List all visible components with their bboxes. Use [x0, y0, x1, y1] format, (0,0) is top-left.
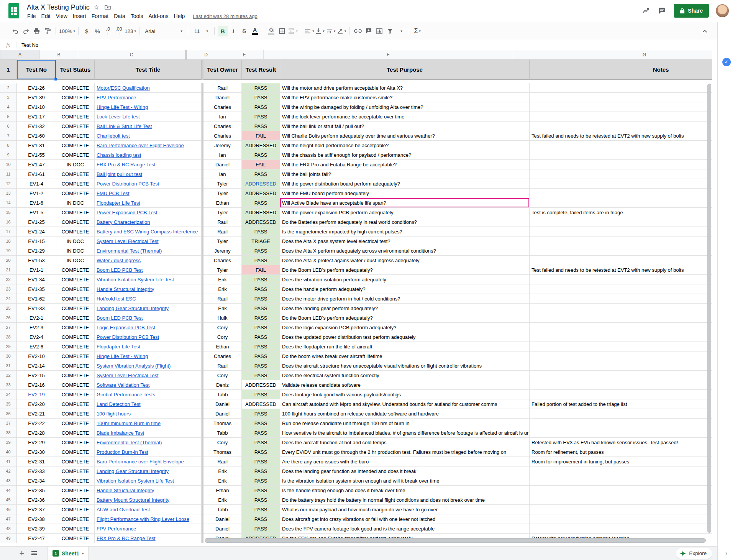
menu-item-insert[interactable]: Insert — [70, 12, 89, 20]
cell-test-owner[interactable]: Erik — [203, 476, 242, 486]
cell-notes[interactable] — [530, 141, 712, 150]
test-title-link[interactable]: Production Burn-in Test — [97, 449, 148, 455]
header-cell-notes[interactable]: Notes — [530, 60, 712, 80]
cell-test-result[interactable]: PASS — [242, 256, 280, 265]
cell-notes[interactable] — [530, 476, 712, 486]
cell-test-status[interactable]: COMPLETE — [56, 371, 95, 380]
cell-test-status[interactable]: COMPLETE — [56, 342, 95, 351]
cell-test-purpose[interactable]: Will Charlie Bolts perform adequately ov… — [280, 131, 530, 141]
cell-test-no[interactable]: EV1-39 — [17, 93, 56, 102]
cell-test-title[interactable]: Hot/cold test ESC — [95, 294, 202, 304]
cell-test-purpose[interactable]: Will the lock lever performance be accep… — [280, 112, 530, 122]
cell-test-purpose[interactable]: Run one release candidate unit through 1… — [280, 419, 530, 428]
cell-test-status[interactable]: IN DOC — [56, 160, 95, 169]
cell-test-no[interactable]: EV1-53 — [17, 256, 56, 265]
test-title-link[interactable]: Lock Lever Life test — [97, 114, 140, 120]
cell-test-status[interactable]: COMPLETE — [56, 380, 95, 390]
cell-test-title[interactable]: System Level Electrical Test — [95, 371, 202, 380]
cell-test-status[interactable]: COMPLETE — [56, 179, 95, 189]
row-header-18[interactable]: 18 — [0, 236, 17, 246]
cell-test-title[interactable]: Environmental Test (Thermal) — [95, 246, 202, 256]
row-header-14[interactable]: 14 — [0, 198, 17, 208]
row-header-4[interactable]: 4 — [0, 102, 17, 112]
test-title-link[interactable]: Power Distribution PCB Test — [97, 334, 159, 340]
menu-item-data[interactable]: Data — [111, 12, 128, 20]
header-cell-test-result[interactable]: Test Result — [242, 60, 280, 80]
cell-test-owner[interactable]: Cory — [203, 323, 242, 332]
cell-test-no[interactable]: EV2-3 — [17, 323, 56, 332]
menu-item-add-ons[interactable]: Add-ons — [146, 12, 171, 20]
cell-notes[interactable] — [530, 160, 712, 169]
cell-test-no[interactable]: EV1-1 — [17, 265, 56, 275]
cell-test-result[interactable]: ADDRESSED — [242, 380, 280, 390]
cell-test-result[interactable]: PASS — [242, 371, 280, 380]
cell-test-status[interactable]: COMPLETE — [56, 399, 95, 409]
cell-test-status[interactable]: COMPLETE — [56, 409, 95, 419]
cell-test-no[interactable]: EV1-35 — [17, 284, 56, 294]
menu-item-tools[interactable]: Tools — [128, 12, 146, 20]
cell-test-status[interactable]: COMPLETE — [56, 486, 95, 495]
row-header-10[interactable]: 10 — [0, 160, 17, 169]
cell-notes[interactable] — [530, 304, 712, 313]
cell-notes[interactable]: Room for refinement, but passes — [530, 447, 712, 457]
cell-test-no[interactable]: EV2-21 — [17, 409, 56, 419]
cell-test-result[interactable]: ADDRESSED — [242, 217, 280, 227]
cell-test-title[interactable]: Handle Structural Integrity — [95, 486, 202, 495]
test-title-link[interactable]: Charliebolt test — [97, 133, 130, 139]
cell-test-no[interactable]: EV1-47 — [17, 160, 56, 169]
row-header-32[interactable]: 32 — [0, 371, 17, 380]
test-title-link[interactable]: Flopdapter Life Test — [97, 344, 140, 350]
cell-test-no[interactable]: EV2-37 — [17, 505, 56, 514]
cell-test-owner[interactable]: Daniel — [203, 93, 242, 102]
test-title-link[interactable]: 100 flight hours — [97, 411, 131, 417]
cell-test-status[interactable]: COMPLETE — [56, 93, 95, 102]
vertical-align-button[interactable]: ▾ — [315, 26, 325, 36]
row-header-13[interactable]: 13 — [0, 189, 17, 198]
sheet-tab-menu-icon[interactable]: ▾ — [82, 552, 84, 555]
test-title-link[interactable]: FRX Pro & RC Range Test — [97, 535, 156, 541]
test-title-link[interactable]: Baro Performance over Flight Envelope — [97, 459, 184, 465]
cell-test-no[interactable]: EV1-31 — [17, 141, 56, 150]
row-header-22[interactable]: 22 — [0, 275, 17, 284]
cell-test-title[interactable]: FPV Performance — [95, 93, 202, 102]
cell-notes[interactable] — [530, 351, 712, 361]
column-header-g[interactable]: G — [513, 50, 712, 60]
cell-test-no[interactable]: EV2-16 — [17, 380, 56, 390]
cell-test-title[interactable]: Environmental Test (Thermal) — [95, 438, 202, 447]
cell-notes[interactable] — [530, 380, 712, 390]
row-header-28[interactable]: 28 — [0, 332, 17, 342]
test-title-link[interactable]: Blade Imbalance Test — [97, 430, 144, 436]
fill-handle[interactable] — [54, 78, 57, 81]
cell-test-status[interactable]: COMPLETE — [56, 351, 95, 361]
row-header-26[interactable]: 26 — [0, 313, 17, 323]
cell-test-purpose[interactable]: Do the battery trays hold the battery in… — [280, 495, 530, 505]
cell-test-owner[interactable]: Deniz — [203, 380, 242, 390]
row-header-23[interactable]: 23 — [0, 284, 17, 294]
row-header-25[interactable]: 25 — [0, 304, 17, 313]
cell-test-no[interactable]: EV1-10 — [17, 102, 56, 112]
cell-notes[interactable]: Test failed and needs to be retested at … — [530, 265, 712, 275]
row-header-1[interactable]: 1 — [0, 60, 17, 80]
cell-test-status[interactable]: COMPLETE — [56, 466, 95, 476]
cell-test-no[interactable]: EV1-2 — [17, 189, 56, 198]
explore-button[interactable]: Explore — [676, 548, 712, 559]
cell-test-no[interactable]: EV2-34 — [17, 476, 56, 486]
cell-test-owner[interactable]: Erik — [203, 304, 242, 313]
cell-test-result[interactable]: PASS — [242, 466, 280, 476]
cell-test-no[interactable]: EV2-1 — [17, 313, 56, 323]
cell-test-owner[interactable]: Ian — [203, 169, 242, 179]
merge-cells-button[interactable]: ▾ — [288, 26, 298, 36]
cell-test-title[interactable]: 100 flight hours — [95, 409, 202, 419]
cell-notes[interactable] — [530, 323, 712, 332]
column-header-a[interactable]: A — [0, 50, 40, 60]
row-header-29[interactable]: 29 — [0, 342, 17, 351]
test-title-link[interactable]: Environmental Test (Thermal) — [97, 248, 162, 254]
cell-test-no[interactable]: EV1-25 — [17, 217, 56, 227]
cell-notes[interactable] — [530, 313, 712, 323]
cell-test-result[interactable]: PASS — [242, 524, 280, 534]
column-header-d[interactable]: D — [187, 50, 225, 60]
cell-test-no[interactable]: EV1-34 — [17, 275, 56, 284]
cell-notes[interactable] — [530, 361, 712, 371]
cell-test-owner[interactable]: Raul — [203, 457, 242, 466]
cell-test-purpose[interactable]: Validate release candidate software — [280, 380, 530, 390]
